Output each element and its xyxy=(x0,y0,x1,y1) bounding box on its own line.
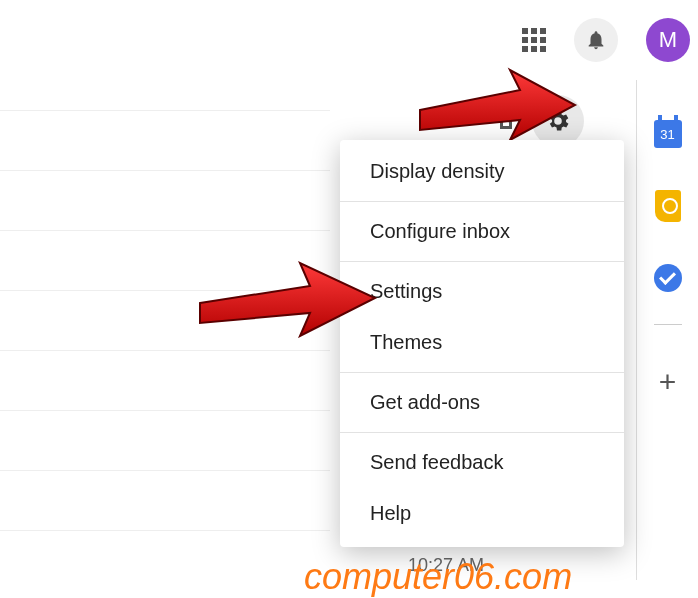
menu-item-help[interactable]: Help xyxy=(340,488,624,539)
mail-row xyxy=(0,470,330,471)
avatar-initial: M xyxy=(659,27,677,53)
menu-divider xyxy=(340,432,624,433)
menu-item-label: Settings xyxy=(370,280,442,302)
menu-divider xyxy=(340,201,624,202)
watermark-text: computer06.com xyxy=(304,556,572,598)
side-panel-divider xyxy=(654,324,682,325)
annotation-arrow-settings xyxy=(190,248,380,338)
mail-row xyxy=(0,170,330,171)
mail-row xyxy=(0,410,330,411)
menu-item-themes[interactable]: Themes xyxy=(340,317,624,368)
menu-item-get-addons[interactable]: Get add-ons xyxy=(340,377,624,428)
menu-item-settings[interactable]: Settings xyxy=(340,266,624,317)
menu-divider xyxy=(340,372,624,373)
annotation-arrow-gear xyxy=(410,50,580,140)
mail-row xyxy=(0,230,330,231)
mail-row xyxy=(0,530,330,531)
menu-item-label: Get add-ons xyxy=(370,391,480,413)
menu-item-label: Send feedback xyxy=(370,451,503,473)
menu-item-display-density[interactable]: Display density xyxy=(340,146,624,197)
calendar-day-label: 31 xyxy=(660,127,674,142)
avatar[interactable]: M xyxy=(646,18,690,62)
calendar-addon-button[interactable]: 31 xyxy=(654,120,682,148)
settings-menu: Display density Configure inbox Settings… xyxy=(340,140,624,547)
notifications-button[interactable] xyxy=(574,18,618,62)
menu-item-label: Configure inbox xyxy=(370,220,510,242)
menu-item-label: Help xyxy=(370,502,411,524)
mail-row xyxy=(0,350,330,351)
menu-item-configure-inbox[interactable]: Configure inbox xyxy=(340,206,624,257)
apps-grid-icon[interactable] xyxy=(522,28,546,52)
menu-item-label: Display density xyxy=(370,160,505,182)
tasks-addon-button[interactable] xyxy=(654,264,682,292)
bell-icon xyxy=(585,29,607,51)
side-panel: 31 + xyxy=(636,80,698,580)
menu-item-send-feedback[interactable]: Send feedback xyxy=(340,437,624,488)
mail-row xyxy=(0,110,330,111)
menu-item-label: Themes xyxy=(370,331,442,353)
add-addon-button[interactable]: + xyxy=(659,367,677,397)
menu-divider xyxy=(340,261,624,262)
keep-addon-button[interactable] xyxy=(655,190,681,222)
